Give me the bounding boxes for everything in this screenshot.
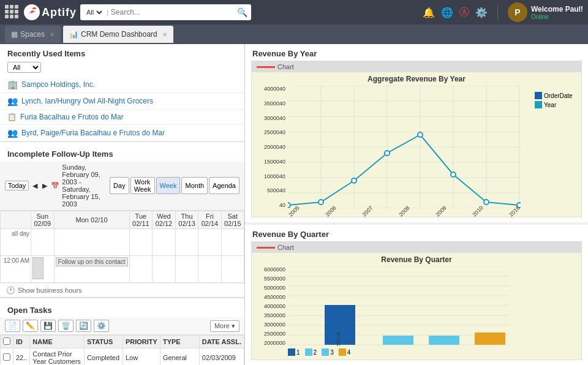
thu-12am-cell [175, 256, 198, 283]
bar-chart-red-bar [257, 247, 275, 249]
search-divider: | [107, 9, 108, 16]
recently-used-filter[interactable]: All [7, 62, 41, 73]
today-button[interactable]: Today [5, 181, 29, 190]
crm-tab-icon: 📊 [69, 30, 78, 39]
tab-spaces[interactable]: ▦ Spaces ✕ [5, 26, 61, 43]
wed-col-header: Wed 02/12 [153, 211, 176, 229]
chart-label: Chart [277, 63, 294, 70]
nav-user[interactable]: P Welcome Paul! Online [508, 2, 583, 22]
calendar-event[interactable]: Follow up on this contact [56, 257, 128, 266]
line-chart-svg [288, 86, 521, 208]
globe-icon[interactable]: 🌐 [441, 7, 453, 18]
mon-12am-cell[interactable]: Follow up on this contact [54, 256, 129, 283]
revenue-by-year-panel: Chart Aggregate Revenue By Year 4000040 … [251, 61, 582, 217]
revenue-by-quarter-title: Revenue By Quarter [245, 225, 588, 241]
row-priority-1: Low [123, 348, 160, 366]
y-label: 2500040 [254, 129, 285, 135]
row-checkbox[interactable] [3, 353, 10, 361]
bar-y-label: 6000000 [254, 266, 285, 273]
revenue-by-year-section: Revenue By Year Chart Aggregate Revenue … [245, 44, 588, 222]
search-filter-dropdown[interactable]: All [84, 8, 104, 17]
settings-task-button[interactable]: ⚙️ [94, 320, 109, 332]
logo-text: Aptify [42, 6, 77, 19]
legend-color-year [535, 101, 542, 108]
top-nav: Aptify All | 🔍 🔔 🌐 Ⓐ ⚙️ P Welcome Paul! … [0, 0, 588, 24]
settings-gear-icon[interactable]: ⚙️ [475, 7, 488, 18]
aptify-icon[interactable]: Ⓐ [459, 6, 469, 19]
y-label: 4000040 [254, 86, 285, 92]
bar-value-label: 3446670.25 [336, 331, 341, 346]
list-item[interactable]: 👥 Lynch, Ian/Hungry Owl All-Night Grocer… [0, 93, 244, 110]
sat-12am-cell [221, 256, 244, 283]
spaces-tab-label: Spaces [20, 30, 45, 39]
status-col-header: STATUS [84, 336, 123, 348]
show-business-hours[interactable]: 🕐 Show business hours [0, 283, 244, 297]
bar-3 [429, 336, 459, 345]
week-view-btn[interactable]: Week [156, 177, 181, 194]
svg-point-22 [451, 172, 456, 177]
month-view-btn[interactable]: Month [181, 177, 208, 194]
work-week-view-btn[interactable]: Work Week [130, 177, 155, 194]
more-button[interactable]: More ▾ [210, 320, 239, 332]
tasks-title: Open Tasks [0, 301, 244, 317]
bar-chart-inner: Revenue By Quarter 6000000 5500000 50000… [252, 253, 581, 359]
delete-task-button[interactable]: 🗑️ [58, 320, 74, 332]
next-nav-icon[interactable]: ▶ [41, 182, 48, 190]
edit-task-button[interactable]: ✏️ [23, 320, 38, 332]
bar-y-label: 4000000 [254, 303, 285, 309]
nav-icons: 🔔 🌐 Ⓐ ⚙️ P Welcome Paul! Online [423, 2, 583, 22]
crm-tab-label: CRM Demo Dashboard [81, 30, 157, 39]
aptify-bird-icon [23, 4, 40, 21]
svg-point-17 [288, 203, 290, 208]
list-item[interactable]: 📋 Furia Bacalhau e Frutos do Mar [0, 110, 244, 125]
bar-chart-label: Chart [277, 244, 294, 251]
line-chart-container: 2005 2006 2007 2008 2009 2010 2016 [288, 86, 530, 214]
bar-chart-svg: 3446670.25 [288, 266, 508, 346]
add-task-button[interactable]: 📄 [5, 320, 20, 332]
row-status-1: Completed [84, 348, 123, 366]
bar-y-label: 3500000 [254, 312, 285, 318]
select-all-checkbox[interactable] [3, 337, 10, 345]
y-label: 2000040 [254, 144, 285, 150]
allday-label: all day [1, 229, 31, 256]
crm-tab-close[interactable]: ✕ [162, 31, 167, 38]
notification-bell-icon[interactable]: 🔔 [423, 7, 435, 18]
calendar-grid: Sun 02/09 Mon 02/10 Tue 02/11 Wed 02/12 … [0, 211, 244, 283]
svg-point-20 [385, 151, 390, 156]
spaces-tab-close[interactable]: ✕ [50, 31, 55, 38]
table-row[interactable]: 22.. Contact Prior Year Customers Comple… [1, 348, 244, 366]
row-id-1: 22.. [13, 348, 30, 366]
refresh-task-button[interactable]: 🔄 [76, 320, 91, 332]
fri-12am-cell [198, 256, 221, 283]
nav-logo[interactable]: Aptify [23, 4, 77, 21]
grid-menu-icon[interactable] [5, 5, 20, 20]
prev-nav-icon[interactable]: ◀ [31, 182, 39, 190]
show-biz-hours-label: Show business hours [18, 287, 82, 294]
day-view-btn[interactable]: Day [110, 177, 129, 194]
bar-legend-label-1: 1 [296, 349, 300, 356]
list-item[interactable]: 🏢 Sampco Holdings, Inc. [0, 77, 244, 93]
agenda-view-btn[interactable]: Agenda [209, 177, 239, 194]
search-input[interactable] [111, 8, 235, 17]
bar-chart-legend: 1 2 3 4 [254, 346, 579, 357]
revenue-by-quarter-panel: Chart Revenue By Quarter 6000000 5500000… [251, 241, 582, 360]
tab-crm-demo[interactable]: 📊 CRM Demo Dashboard ✕ [63, 26, 173, 43]
search-bar: All | 🔍 [80, 4, 251, 20]
save-task-button[interactable]: 💾 [40, 320, 56, 332]
table-icon: 📋 [7, 113, 17, 121]
select-all-header [1, 336, 13, 348]
bar-chart-container: 3446670.25 [288, 266, 579, 346]
org-icon: 🏢 [7, 80, 18, 89]
fri-col-header: Fri 02/14 [198, 211, 221, 229]
bar-legend-label-2: 2 [314, 349, 317, 356]
list-item[interactable]: 👥 Byrd, Paige/Furia Bacalhau e Frutos do… [0, 125, 244, 141]
sun-allday-cell [31, 229, 55, 256]
revenue-by-quarter-section: Revenue By Quarter Chart Revenue By Quar… [245, 225, 588, 365]
sat-col-header: Sat 02/15 [221, 211, 244, 229]
legend-color-orderdate [535, 92, 542, 99]
recent-item-text: Byrd, Paige/Furia Bacalhau e Frutos do M… [21, 129, 165, 137]
chart-inner: Aggregate Revenue By Year 4000040 350004… [252, 72, 581, 217]
bar-legend-4: 4 [339, 348, 351, 356]
wed-allday-cell [153, 229, 176, 256]
fri-allday-cell [198, 229, 221, 256]
